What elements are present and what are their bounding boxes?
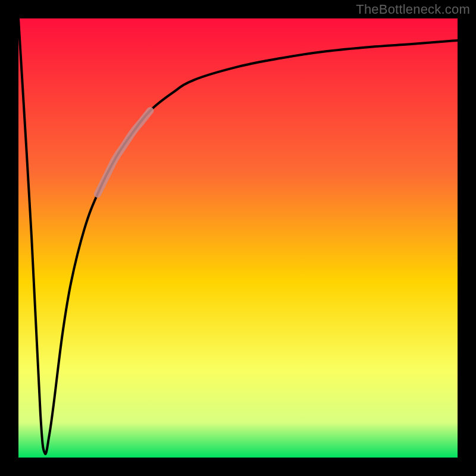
gradient-background bbox=[18, 18, 458, 458]
bottleneck-chart bbox=[0, 0, 476, 476]
watermark-text: TheBottleneck.com bbox=[356, 2, 470, 17]
chart-frame: TheBottleneck.com bbox=[0, 0, 476, 476]
